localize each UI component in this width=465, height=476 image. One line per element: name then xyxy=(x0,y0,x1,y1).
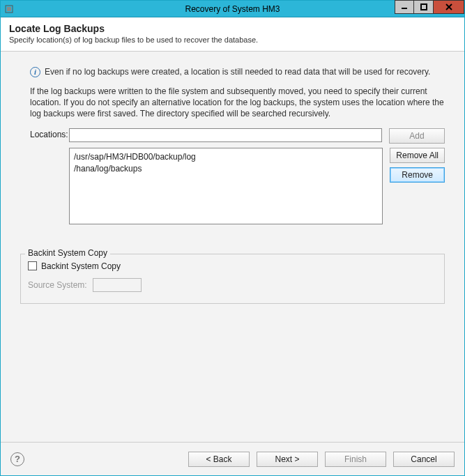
finish-button[interactable]: Finish xyxy=(325,452,386,467)
next-button[interactable]: Next > xyxy=(257,452,318,467)
locations-list[interactable]: /usr/sap/HM3/HDB00/backup/log /hana/log/… xyxy=(69,148,383,224)
title-bar[interactable]: Recovery of System HM3 xyxy=(1,1,464,17)
backint-group: Backint System Copy Backint System Copy … xyxy=(20,254,445,304)
source-system-input xyxy=(93,278,142,292)
remove-button[interactable]: Remove xyxy=(390,167,445,183)
backint-checkbox-row[interactable]: Backint System Copy xyxy=(28,261,437,271)
wizard-header: Locate Log Backups Specify location(s) o… xyxy=(1,17,464,52)
app-icon xyxy=(3,3,15,15)
minimize-button[interactable] xyxy=(395,0,414,14)
wizard-content: i Even if no log backups were created, a… xyxy=(1,52,464,442)
add-button[interactable]: Add xyxy=(389,128,445,144)
info-text: Even if no log backups were created, a l… xyxy=(45,67,430,77)
source-system-label: Source System: xyxy=(28,280,87,290)
window-controls xyxy=(395,1,464,16)
back-button[interactable]: < Back xyxy=(188,452,250,467)
list-item[interactable]: /hana/log/backups xyxy=(74,163,378,175)
svg-rect-1 xyxy=(7,7,11,11)
checkbox-label: Backint System Copy xyxy=(41,261,121,271)
location-input[interactable] xyxy=(69,128,382,142)
group-legend: Backint System Copy xyxy=(25,248,110,258)
recovery-wizard-window: Recovery of System HM3 Locate Log Backup… xyxy=(0,0,465,476)
svg-rect-3 xyxy=(421,4,427,10)
remove-all-button[interactable]: Remove All xyxy=(390,148,445,163)
page-title: Locate Log Backups xyxy=(9,23,456,34)
help-icon[interactable]: ? xyxy=(10,452,24,466)
info-message: i Even if no log backups were created, a… xyxy=(30,67,445,77)
info-icon: i xyxy=(30,67,40,77)
maximize-button[interactable] xyxy=(414,0,434,14)
description-paragraph: If the log backups were written to the f… xyxy=(30,86,445,120)
locations-row: Locations: Add xyxy=(30,128,445,144)
source-system-row: Source System: xyxy=(28,278,437,292)
close-button[interactable] xyxy=(434,0,464,14)
locations-label: Locations: xyxy=(30,128,69,139)
list-item[interactable]: /usr/sap/HM3/HDB00/backup/log xyxy=(74,151,378,163)
wizard-footer: ? < Back Next > Finish Cancel xyxy=(1,442,464,475)
cancel-button[interactable]: Cancel xyxy=(393,452,455,467)
checkbox-icon[interactable] xyxy=(28,261,37,270)
page-subtitle: Specify location(s) of log backup files … xyxy=(9,36,456,44)
